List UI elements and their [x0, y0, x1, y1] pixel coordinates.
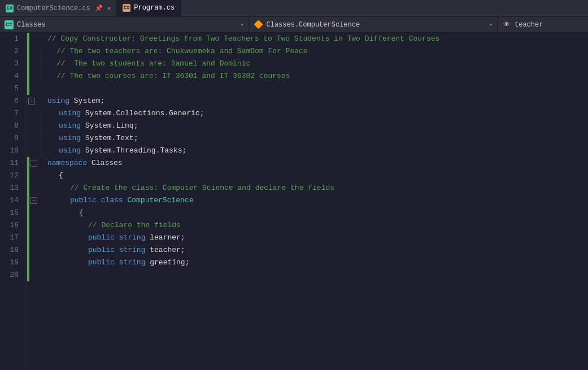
gutter-3	[27, 58, 37, 70]
eye-icon: 👁	[502, 20, 511, 29]
toolbar-right-section: 👁 teacher	[498, 17, 588, 32]
line-num-4: 4	[0, 70, 22, 82]
toolbar-middle-section[interactable]: 🔶 Classes.ComputerScience ▾	[249, 17, 498, 32]
line7-using: using	[59, 107, 81, 120]
ig-7	[41, 107, 47, 120]
collapse-14[interactable]: −	[31, 197, 37, 204]
gutter-13	[27, 182, 37, 194]
line-num-8: 8	[0, 120, 22, 132]
line9-using: using	[59, 132, 81, 145]
gutter: − − −	[27, 33, 37, 370]
collapse-6[interactable]: −	[28, 98, 35, 105]
line-num-15: 15	[0, 207, 22, 219]
line-num-12: 12	[0, 169, 22, 182]
gutter-19	[27, 256, 37, 269]
line2-text: // The two teachers are: Chukwuemeka and…	[56, 45, 308, 58]
toolbar-middle-label: Classes.ComputerScience	[267, 21, 360, 29]
gutter-7	[27, 107, 37, 120]
line-num-13: 13	[0, 182, 22, 194]
tab-cs-label: ComputerScience.cs	[17, 5, 90, 12]
gutter-6[interactable]: −	[27, 95, 37, 107]
code-line-13: // Create the class: Computer Science an…	[47, 182, 588, 194]
line6-using: using	[47, 95, 69, 107]
ig-5	[37, 82, 47, 95]
line-num-11: 11	[0, 157, 22, 169]
ig-12	[37, 169, 47, 182]
line17-sp1	[115, 232, 119, 244]
editor: 1 2 3 4 5 6 7 8 9 10 11 12 13 14 15 16 1…	[0, 33, 588, 370]
gutter-4	[27, 70, 37, 82]
ig-8	[41, 120, 47, 132]
line19-public: public	[88, 256, 115, 269]
line17-public: public	[88, 232, 115, 244]
line13-comment: // Create the class: Computer Science an…	[70, 182, 334, 194]
gutter-9	[27, 132, 37, 145]
line19-sp1	[115, 256, 119, 269]
line-num-6: 6	[0, 95, 22, 107]
line15-brace: {	[79, 207, 84, 219]
line-num-17: 17	[0, 232, 22, 244]
tab-cs-pin[interactable]: 📌	[95, 5, 103, 12]
toolbar: C# Classes ▾ 🔶 Classes.ComputerScience ▾…	[0, 17, 588, 33]
code-line-11: namespace Classes	[47, 157, 588, 169]
ig-10	[41, 145, 47, 157]
code-line-10: using System.Threading.Tasks;	[47, 145, 588, 157]
toolbar-classes-section[interactable]: C# Classes ▾	[0, 17, 249, 32]
ig-15	[37, 207, 47, 219]
line10-using: using	[59, 145, 81, 157]
line19-greeting: greeting;	[145, 256, 189, 269]
ig-16	[37, 219, 47, 232]
line3-text: // The two students are: Samuel and Domi…	[56, 58, 250, 70]
gutter-14[interactable]: −	[27, 194, 37, 207]
line8-text: System.Linq;	[81, 120, 138, 132]
gutter-20	[27, 269, 37, 281]
toolbar-classes-chevron: ▾	[240, 21, 243, 28]
line-num-18: 18	[0, 244, 22, 256]
line14-classname: ComputerScience	[127, 194, 193, 207]
ig-18	[37, 244, 47, 256]
code-line-4: // The two courses are: IT 36301 and IT …	[47, 70, 588, 82]
gutter-12	[27, 169, 37, 182]
code-line-15: {	[47, 207, 588, 219]
line-num-10: 10	[0, 145, 22, 157]
code-line-14: public class ComputerScience	[47, 194, 588, 207]
gutter-15	[27, 207, 37, 219]
tab-cs-close[interactable]: ✕	[107, 5, 111, 12]
code-line-12: {	[47, 169, 588, 182]
gutter-5	[27, 82, 37, 95]
code-line-2: // The two teachers are: Chukwuemeka and…	[47, 45, 588, 58]
toolbar-middle-dropdown[interactable]: 🔶 Classes.ComputerScience ▾	[249, 17, 498, 32]
line-num-19: 19	[0, 256, 22, 269]
code-content[interactable]: // Copy Constructor: Greetings from Two …	[47, 33, 588, 370]
toolbar-classes-dropdown[interactable]: C# Classes ▾	[0, 17, 249, 32]
line18-teacher: teacher;	[145, 244, 185, 256]
code-line-20	[47, 269, 588, 281]
ig-17	[37, 232, 47, 244]
tab-program[interactable]: C# Program.cs	[117, 0, 181, 16]
tab-bar: C# ComputerScience.cs 📌 ✕ C# Program.cs	[0, 0, 588, 17]
code-line-16: // Declare the fields	[47, 219, 588, 232]
ig-13	[37, 182, 47, 194]
line-numbers: 1 2 3 4 5 6 7 8 9 10 11 12 13 14 15 16 1…	[0, 33, 27, 370]
gutter-1	[27, 33, 37, 45]
code-line-1: // Copy Constructor: Greetings from Two …	[47, 33, 588, 45]
toolbar-cs-icon: C#	[5, 20, 14, 29]
collapse-11[interactable]: −	[31, 160, 37, 167]
line-num-9: 9	[0, 132, 22, 145]
ig-4	[41, 70, 47, 82]
line4-text: // The two courses are: IT 36301 and IT …	[56, 70, 290, 82]
line12-brace: {	[59, 169, 63, 182]
line14-space1	[97, 194, 101, 207]
line16-comment: // Declare the fields	[88, 219, 181, 232]
line1-text: // Copy Constructor: Greetings from Two …	[47, 33, 439, 45]
line14-class: class	[101, 194, 123, 207]
tab-computerscience[interactable]: C# ComputerScience.cs 📌 ✕	[0, 0, 117, 16]
line18-public: public	[88, 244, 115, 256]
line-num-14: 14	[0, 194, 22, 207]
line7-text: System.Collections.Generic;	[81, 107, 204, 120]
toolbar-class-icon: 🔶	[254, 20, 263, 29]
gutter-16	[27, 219, 37, 232]
gutter-11[interactable]: −	[27, 157, 37, 169]
code-line-19: public string greeting;	[47, 256, 588, 269]
ig-11	[37, 157, 47, 169]
